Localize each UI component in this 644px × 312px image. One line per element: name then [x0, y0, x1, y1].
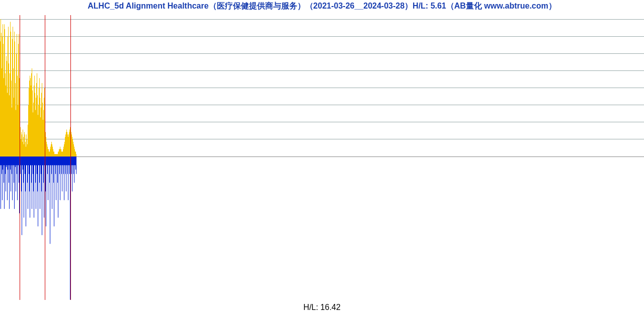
svg-rect-164	[2, 157, 2, 174]
svg-rect-54	[23, 129, 23, 157]
svg-rect-135	[63, 147, 64, 157]
svg-rect-72	[32, 68, 32, 157]
svg-rect-94	[43, 120, 43, 157]
svg-rect-198	[19, 157, 19, 183]
svg-rect-71	[31, 73, 32, 157]
svg-rect-37	[14, 32, 15, 157]
svg-rect-84	[38, 115, 38, 157]
svg-rect-55	[23, 137, 24, 157]
svg-rect-100	[46, 137, 46, 157]
svg-rect-112	[52, 144, 52, 157]
svg-rect-38	[15, 41, 15, 157]
svg-rect-138	[65, 137, 65, 157]
svg-rect-79	[35, 110, 36, 157]
svg-rect-160	[76, 154, 76, 157]
svg-rect-115	[53, 151, 54, 157]
svg-rect-46	[19, 34, 19, 157]
svg-rect-240	[40, 157, 40, 209]
svg-rect-27	[9, 95, 10, 157]
svg-rect-252	[46, 157, 46, 226]
svg-rect-297	[68, 157, 69, 165]
svg-rect-49	[20, 127, 21, 157]
svg-rect-209	[24, 157, 25, 165]
svg-rect-279	[59, 157, 60, 174]
svg-rect-185	[12, 157, 13, 200]
svg-rect-264	[52, 157, 52, 209]
svg-rect-225	[32, 157, 33, 165]
svg-rect-139	[65, 134, 66, 157]
svg-rect-169	[4, 157, 5, 209]
svg-rect-66	[29, 88, 29, 157]
svg-rect-241	[40, 157, 41, 165]
svg-rect-26	[9, 63, 9, 157]
svg-rect-121	[56, 154, 57, 157]
svg-rect-188	[14, 157, 14, 183]
svg-rect-161	[0, 157, 1, 165]
svg-rect-245	[42, 157, 43, 165]
svg-rect-152	[72, 137, 72, 157]
svg-rect-30	[11, 32, 11, 157]
svg-rect-134	[63, 149, 63, 157]
svg-rect-282	[61, 157, 61, 165]
svg-rect-9	[0, 41, 1, 157]
svg-rect-194	[17, 157, 17, 174]
svg-rect-312	[76, 157, 76, 174]
svg-rect-203	[21, 157, 22, 191]
svg-rect-190	[15, 157, 15, 165]
svg-rect-267	[53, 157, 54, 183]
svg-rect-259	[49, 157, 50, 183]
svg-rect-32	[12, 108, 12, 157]
svg-rect-142	[67, 132, 67, 157]
svg-rect-86	[39, 88, 39, 157]
svg-rect-289	[64, 157, 65, 165]
svg-rect-183	[11, 157, 12, 165]
svg-rect-281	[60, 157, 61, 165]
svg-rect-192	[16, 157, 16, 191]
svg-rect-44	[18, 105, 18, 157]
svg-rect-70	[31, 86, 31, 157]
svg-rect-101	[46, 142, 47, 157]
svg-rect-29	[10, 22, 11, 157]
svg-rect-174	[7, 157, 7, 165]
svg-rect-171	[5, 157, 6, 174]
svg-rect-14	[3, 24, 3, 157]
svg-rect-136	[64, 144, 64, 157]
svg-rect-260	[50, 157, 50, 244]
svg-rect-299	[69, 157, 70, 174]
svg-rect-210	[25, 157, 25, 174]
svg-rect-302	[71, 157, 71, 165]
svg-rect-41	[16, 54, 17, 157]
svg-rect-219	[29, 157, 30, 191]
svg-rect-144	[68, 137, 68, 157]
svg-rect-272	[56, 157, 56, 200]
svg-rect-288	[64, 157, 64, 200]
svg-rect-234	[37, 157, 37, 174]
svg-rect-103	[47, 147, 48, 157]
svg-rect-235	[37, 157, 38, 191]
svg-rect-243	[41, 157, 42, 191]
svg-rect-129	[60, 149, 61, 157]
svg-rect-186	[13, 157, 13, 165]
svg-rect-42	[17, 34, 17, 157]
svg-rect-155	[73, 144, 74, 157]
svg-rect-254	[47, 157, 47, 165]
svg-rect-151	[71, 134, 72, 157]
svg-rect-88	[40, 98, 40, 157]
svg-rect-179	[9, 157, 10, 209]
svg-rect-213	[26, 157, 27, 165]
svg-rect-122	[57, 154, 57, 157]
svg-rect-172	[6, 157, 6, 191]
svg-rect-233	[36, 157, 37, 165]
svg-rect-93	[42, 103, 43, 157]
svg-rect-127	[59, 149, 60, 157]
svg-rect-202	[21, 157, 21, 165]
svg-rect-128	[60, 147, 60, 157]
svg-rect-91	[41, 93, 42, 157]
svg-rect-35	[13, 68, 14, 157]
svg-rect-255	[47, 157, 48, 174]
svg-rect-120	[56, 154, 56, 157]
svg-rect-277	[58, 157, 59, 165]
svg-rect-177	[8, 157, 9, 165]
svg-rect-73	[32, 91, 33, 157]
svg-rect-295	[67, 157, 68, 174]
